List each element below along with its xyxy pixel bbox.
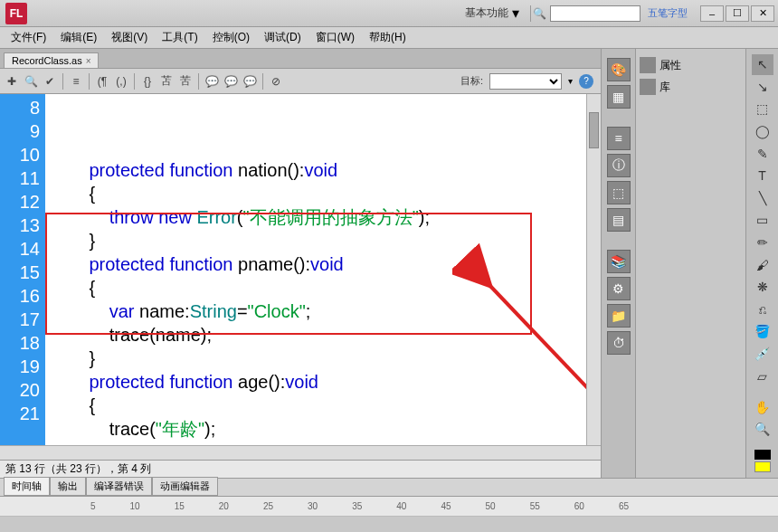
code-line[interactable]: protected function age():void bbox=[49, 370, 597, 394]
check-icon[interactable]: ✔ bbox=[42, 73, 58, 90]
chevron-down-icon: ▾ bbox=[512, 5, 519, 22]
indent-icon[interactable]: ≡ bbox=[68, 73, 84, 90]
color-panel-icon[interactable]: 🎨 bbox=[607, 58, 631, 81]
zoom-tool[interactable]: 🔍 bbox=[752, 419, 773, 440]
find-icon[interactable]: 🔍 bbox=[23, 73, 39, 90]
app-logo: FL bbox=[5, 3, 27, 24]
menu-item[interactable]: 窗口(W) bbox=[308, 28, 362, 47]
close-icon[interactable]: × bbox=[86, 56, 91, 66]
block-comment-icon[interactable]: 💬 bbox=[242, 73, 258, 90]
text-tool[interactable]: T bbox=[752, 166, 773, 186]
free-transform-tool[interactable]: ⬚ bbox=[752, 99, 773, 119]
bottom-tab[interactable]: 编译器错误 bbox=[86, 477, 152, 496]
line-tool[interactable]: ╲ bbox=[752, 188, 773, 209]
menu-item[interactable]: 工具(T) bbox=[155, 28, 204, 47]
document-tab[interactable]: RecordClass.as× bbox=[4, 52, 99, 68]
selection-tool[interactable]: ↖ bbox=[752, 54, 773, 75]
fill-color[interactable] bbox=[754, 461, 771, 471]
history-panel-icon[interactable]: ⏱ bbox=[607, 331, 631, 355]
library-icon bbox=[640, 79, 656, 95]
titlebar: FL 基本功能 ▾ 🔍 五笔字型 – ☐ ✕ bbox=[0, 0, 778, 27]
code-line[interactable]: { bbox=[49, 182, 597, 205]
transform-panel-icon[interactable]: ⬚ bbox=[607, 181, 631, 204]
bottom-tab[interactable]: 输出 bbox=[50, 477, 86, 496]
debug-icon[interactable]: ⊘ bbox=[268, 73, 284, 90]
align-panel-icon[interactable]: ≡ bbox=[607, 127, 631, 150]
code-line[interactable]: protected function pname():void bbox=[49, 252, 597, 276]
target-label: 目标: bbox=[460, 74, 483, 88]
project-panel-icon[interactable]: 📁 bbox=[607, 304, 631, 328]
pencil-tool[interactable]: ✏ bbox=[752, 233, 773, 253]
menu-item[interactable]: 控制(O) bbox=[205, 28, 257, 47]
deco-tool[interactable]: ❋ bbox=[752, 277, 773, 298]
paint-bucket-tool[interactable]: 🪣 bbox=[752, 321, 773, 342]
code-line[interactable]: } bbox=[49, 347, 597, 370]
timeline-ruler[interactable]: 5101520253035404550556065 bbox=[0, 497, 778, 517]
document-tabs: RecordClass.as× bbox=[0, 49, 601, 69]
stroke-color[interactable] bbox=[754, 450, 771, 460]
help-icon[interactable]: ? bbox=[579, 74, 593, 89]
library-panel-button[interactable]: 库 bbox=[640, 76, 742, 98]
menu-item[interactable]: 编辑(E) bbox=[53, 28, 104, 47]
panels-dock: 🎨 ▦ ≡ ⓘ ⬚ ▤ 📚 ⚙ 📁 ⏱ 属性 库 bbox=[601, 49, 745, 478]
minimize-button[interactable]: – bbox=[700, 5, 724, 22]
horizontal-scrollbar[interactable] bbox=[0, 445, 601, 460]
properties-panel-button[interactable]: 属性 bbox=[640, 54, 742, 76]
code-line[interactable]: trace("年龄"); bbox=[49, 417, 597, 441]
code-line[interactable]: } bbox=[49, 441, 597, 445]
code-line[interactable]: { bbox=[49, 276, 597, 299]
close-button[interactable]: ✕ bbox=[751, 5, 774, 22]
paren-icon[interactable]: (,) bbox=[113, 73, 129, 90]
bottom-tab[interactable]: 动画编辑器 bbox=[152, 477, 218, 496]
lasso-tool[interactable]: ◯ bbox=[752, 121, 773, 142]
code-line[interactable]: var name:String="Clock"; bbox=[49, 299, 597, 323]
search-icon: 🔍 bbox=[533, 7, 546, 20]
bone-tool[interactable]: ⎌ bbox=[752, 299, 773, 320]
editor-toolbar: ✚ 🔍 ✔ ≡ (¶ (,) {} 苫 苦 💬 💬 💬 ⊘ 目标: ▾ ? bbox=[0, 69, 601, 94]
cursor-position: 第 13 行（共 23 行），第 4 列 bbox=[5, 461, 151, 477]
properties-icon bbox=[640, 57, 656, 73]
menu-item[interactable]: 帮助(H) bbox=[362, 28, 413, 47]
maximize-button[interactable]: ☐ bbox=[726, 5, 749, 22]
code-line[interactable]: protected function nation():void bbox=[49, 158, 597, 182]
hand-tool[interactable]: ✋ bbox=[752, 396, 773, 417]
bracket3-icon[interactable]: 苦 bbox=[177, 73, 194, 90]
uncomment-icon[interactable]: 💬 bbox=[223, 73, 239, 90]
subselect-tool[interactable]: ↘ bbox=[752, 77, 773, 98]
brush-tool[interactable]: 🖌 bbox=[752, 254, 773, 275]
vertical-scrollbar[interactable] bbox=[586, 94, 601, 445]
code-line[interactable]: trace(name); bbox=[49, 323, 597, 347]
bottom-tab[interactable]: 时间轴 bbox=[4, 477, 50, 496]
snippets-panel-icon[interactable]: ▤ bbox=[607, 208, 631, 232]
code-area[interactable]: protected function nation():void { throw… bbox=[45, 94, 601, 445]
components-panel-icon[interactable]: 📚 bbox=[607, 250, 631, 273]
bottom-panel: 时间轴输出编译器错误动画编辑器 510152025303540455055606… bbox=[0, 478, 778, 532]
ime-label: 五笔字型 bbox=[644, 6, 691, 20]
workspace-switcher[interactable]: 基本功能 ▾ bbox=[465, 5, 519, 22]
status-bar: 第 13 行（共 23 行），第 4 列 bbox=[0, 460, 601, 478]
target-select[interactable] bbox=[489, 73, 562, 90]
rectangle-tool[interactable]: ▭ bbox=[752, 210, 773, 231]
pen-tool[interactable]: ✎ bbox=[752, 143, 773, 164]
menu-item[interactable]: 文件(F) bbox=[4, 28, 53, 47]
bracket2-icon[interactable]: 苫 bbox=[158, 73, 175, 90]
code-line[interactable]: } bbox=[49, 229, 597, 252]
menu-item[interactable]: 视图(V) bbox=[104, 28, 155, 47]
brace-icon[interactable]: (¶ bbox=[94, 73, 110, 90]
comment-icon[interactable]: 💬 bbox=[204, 73, 220, 90]
add-icon[interactable]: ✚ bbox=[4, 73, 20, 90]
workspace-label: 基本功能 bbox=[465, 5, 508, 21]
tab-label: RecordClass.as bbox=[12, 55, 82, 66]
code-line[interactable]: throw new Error("不能调用的抽象方法"); bbox=[49, 205, 597, 229]
eraser-tool[interactable]: ▱ bbox=[752, 366, 773, 386]
eyedropper-tool[interactable]: 💉 bbox=[752, 344, 773, 365]
info-panel-icon[interactable]: ⓘ bbox=[607, 154, 631, 177]
motion-panel-icon[interactable]: ⚙ bbox=[607, 277, 631, 300]
code-line[interactable]: { bbox=[49, 394, 597, 417]
line-gutter: 89101112131415161718192021 bbox=[0, 94, 45, 445]
search-input[interactable] bbox=[550, 5, 640, 22]
menu-item[interactable]: 调试(D) bbox=[257, 28, 308, 47]
code-editor[interactable]: 89101112131415161718192021 protected fun… bbox=[0, 94, 601, 445]
swatches-panel-icon[interactable]: ▦ bbox=[607, 85, 631, 109]
bracket1-icon[interactable]: {} bbox=[139, 73, 156, 90]
